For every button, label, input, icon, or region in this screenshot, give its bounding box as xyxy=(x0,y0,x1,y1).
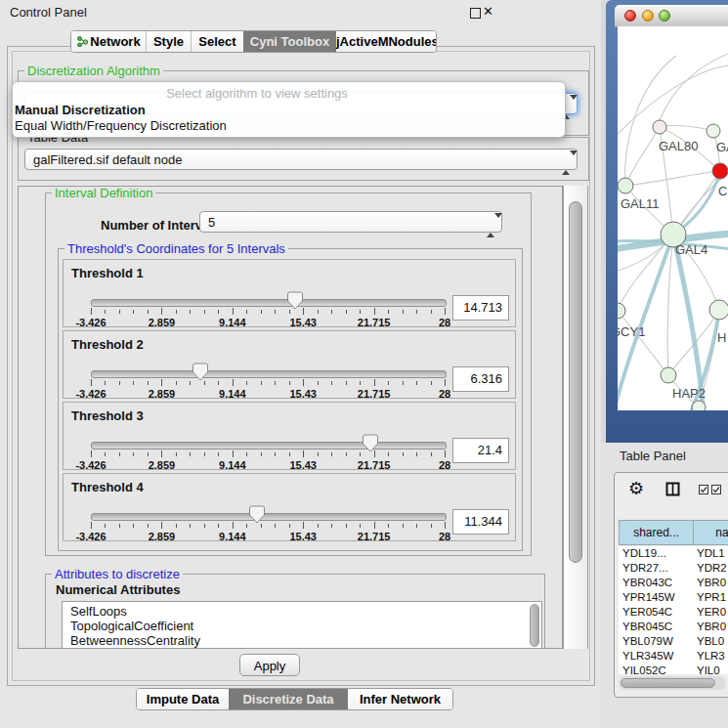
table-row[interactable]: YDL19...YDL1 xyxy=(619,546,728,561)
slider-tick xyxy=(190,381,191,385)
network-node[interactable] xyxy=(618,178,633,193)
vertical-scrollbar-track[interactable] xyxy=(563,186,588,649)
network-edge[interactable] xyxy=(618,65,728,134)
float-window-icon[interactable] xyxy=(470,8,481,19)
tab-impute-data[interactable]: Impute Data xyxy=(137,689,229,709)
table-row[interactable]: YBR045CYBR0 xyxy=(619,620,728,634)
threshold-value-field[interactable]: 21.4 xyxy=(452,438,509,463)
tab-select[interactable]: Select xyxy=(191,31,243,52)
network-node[interactable] xyxy=(692,401,706,410)
slider-tick xyxy=(431,452,432,456)
slider-tick xyxy=(91,450,92,457)
network-edge[interactable] xyxy=(625,171,720,186)
number-of-intervals-select[interactable]: 5 xyxy=(199,211,502,233)
slider-tick xyxy=(190,524,191,528)
tab-discretize-data[interactable]: Discretize Data xyxy=(229,689,348,709)
slider-scale-label: 9.144 xyxy=(219,531,246,542)
attribute-list-item[interactable]: TopologicalCoefficient xyxy=(63,619,541,633)
table-row[interactable]: YBR043CYBR0 xyxy=(619,576,728,590)
slider-tick xyxy=(119,310,120,314)
table-cell: YDL1 xyxy=(693,546,728,561)
slider-track[interactable] xyxy=(91,299,447,307)
table-row[interactable]: YER054CYER0 xyxy=(619,605,728,620)
network-node[interactable] xyxy=(653,120,666,134)
attribute-list-item[interactable]: BetweennessCentrality xyxy=(63,633,541,648)
slider-tick xyxy=(233,450,234,457)
threshold-box-2: Threshold 2-3.4262.8599.14415.4321.71528… xyxy=(63,330,516,399)
slider-track[interactable] xyxy=(91,513,447,521)
network-window-titlebar[interactable] xyxy=(615,5,728,27)
table-row[interactable]: YDR27...YDR2 xyxy=(619,561,728,576)
tab-infer-network[interactable]: Infer Network xyxy=(348,689,452,709)
slider-scale-label: 21.715 xyxy=(358,459,391,471)
close-traffic-light[interactable] xyxy=(624,10,636,21)
number-of-intervals-value: 5 xyxy=(208,215,215,230)
threshold-value-field[interactable]: 6.316 xyxy=(452,366,509,392)
network-node[interactable] xyxy=(709,300,728,320)
network-edge[interactable] xyxy=(625,127,660,186)
table-body[interactable]: YDL19...YDL1YDR27...YDR2YBR043CYBR0YPR14… xyxy=(619,546,728,674)
network-edge[interactable] xyxy=(660,54,728,120)
horizontal-scrollbar-thumb[interactable] xyxy=(621,678,715,688)
tab-network[interactable]: Network xyxy=(71,31,146,52)
zoom-traffic-light[interactable] xyxy=(659,10,670,21)
slider-tick xyxy=(218,381,219,385)
network-node[interactable] xyxy=(661,367,676,383)
network-edge-thick[interactable] xyxy=(673,235,704,410)
network-edge[interactable] xyxy=(667,235,673,375)
list-scrollbar[interactable] xyxy=(530,604,539,647)
slider-scale-label: 28 xyxy=(439,459,450,471)
popup-option-equal-width-frequency[interactable]: Equal Width/Frequency Discretization xyxy=(15,118,227,133)
apply-button[interactable]: Apply xyxy=(239,654,300,676)
table-row[interactable]: YBL079WYBL0 xyxy=(619,634,728,649)
slider-tick xyxy=(289,310,290,314)
table-row[interactable]: YIL052CYIL0 xyxy=(619,664,728,674)
slider-track[interactable] xyxy=(91,370,447,378)
threshold-value-field[interactable]: 11.344 xyxy=(452,509,509,535)
network-node[interactable] xyxy=(712,163,728,179)
slider-tick xyxy=(303,308,304,315)
table-data-select[interactable]: galFiltered.sif default node xyxy=(24,149,578,170)
vertical-scrollbar-thumb[interactable] xyxy=(569,201,582,563)
checkbox-icon[interactable] xyxy=(711,484,722,498)
slider-thumb[interactable] xyxy=(193,363,208,381)
slider-thumb[interactable] xyxy=(287,291,303,310)
network-view-window[interactable]: GAL80GACGAL11GAL4GCY1HHAP2 xyxy=(606,0,728,443)
horizontal-scrollbar-track[interactable] xyxy=(619,676,726,690)
slider-tick xyxy=(318,381,319,385)
slider-thumb[interactable] xyxy=(249,505,265,524)
checkbox-icon[interactable] xyxy=(699,484,709,498)
table-cell: YDR27... xyxy=(619,561,693,576)
column-layout-glyph xyxy=(665,482,680,496)
table-row[interactable]: YPR145WYPR1 xyxy=(619,590,728,605)
tab-jactivemnodules[interactable]: jActiveMNodules xyxy=(336,31,436,52)
attribute-list-item[interactable]: SelfLoops xyxy=(63,604,541,619)
slider-scale-label: 9.144 xyxy=(219,459,246,471)
table-row[interactable]: YLR345WYLR3 xyxy=(619,649,728,664)
tab-infer-network-label: Infer Network xyxy=(360,692,441,707)
slider-thumb[interactable] xyxy=(363,434,378,452)
numerical-attributes-list[interactable]: SelfLoopsTopologicalCoefficientBetweenne… xyxy=(62,601,542,649)
slider-tick xyxy=(431,524,432,528)
network-node-label: GAL4 xyxy=(675,242,707,257)
popup-option-manual-discretization[interactable]: Manual Discretization xyxy=(15,103,146,117)
column-layout-icon[interactable] xyxy=(665,482,680,499)
network-edge-thick[interactable] xyxy=(618,235,673,410)
network-node[interactable] xyxy=(707,124,720,138)
threshold-value-field[interactable]: 14.713 xyxy=(452,295,509,321)
minimize-traffic-light[interactable] xyxy=(642,10,654,21)
column-header-name[interactable]: na xyxy=(693,520,728,545)
tab-style[interactable]: Style xyxy=(146,31,191,52)
screen: { "window": {"title": "Control Panel"}, … xyxy=(0,0,728,728)
close-icon[interactable]: ✕ xyxy=(483,4,493,19)
network-node-label: C xyxy=(718,184,727,198)
network-node[interactable] xyxy=(618,303,625,319)
column-header-shared[interactable]: shared... xyxy=(619,520,694,545)
network-canvas[interactable]: GAL80GACGAL11GAL4GCY1HHAP2 xyxy=(618,26,728,410)
slider-tick xyxy=(445,308,446,315)
slider-tick xyxy=(218,452,219,456)
gear-icon[interactable]: ⚙ xyxy=(628,478,644,498)
network-edge[interactable] xyxy=(625,56,676,186)
slider-track[interactable] xyxy=(91,442,447,450)
tab-cyni-toolbox[interactable]: Cyni Toolbox xyxy=(243,31,336,52)
